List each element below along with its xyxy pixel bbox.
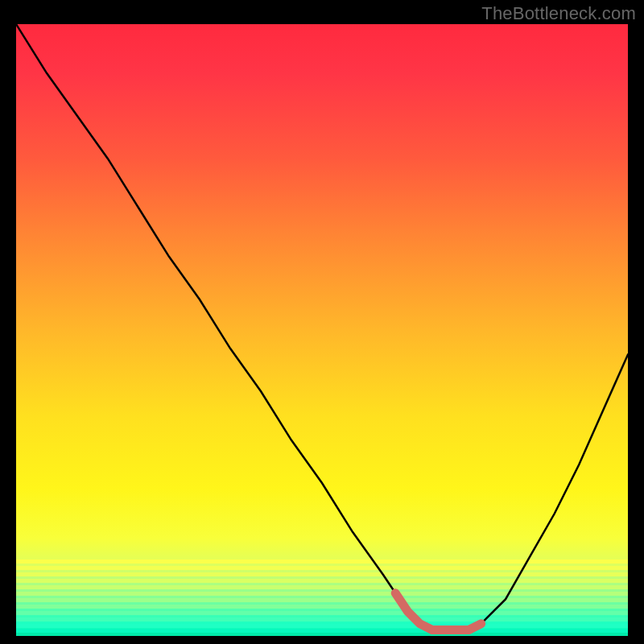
bottleneck-curve [16, 24, 628, 630]
chart-container: TheBottleneck.com [0, 0, 644, 644]
optimal-range-highlight [395, 593, 481, 630]
curve-svg [16, 24, 628, 636]
watermark-text: TheBottleneck.com [481, 3, 636, 24]
plot-area [16, 24, 628, 636]
